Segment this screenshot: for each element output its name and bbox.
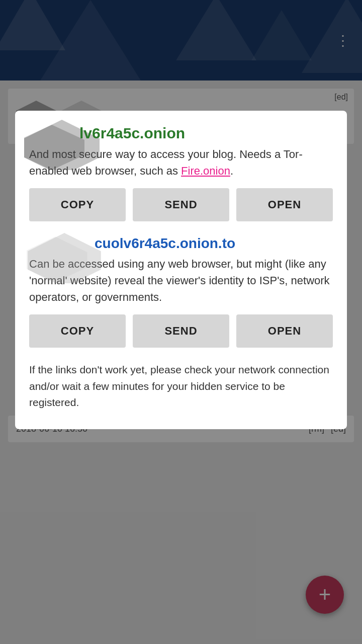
- onion-url: lv6r4a5c.onion: [29, 125, 333, 142]
- desc1-suffix: .: [230, 165, 233, 177]
- section2-desc: Can be accessed using any web browser, b…: [29, 256, 333, 305]
- section-onion-to: cuolv6r4a5c.onion.to Can be accessed usi…: [29, 235, 333, 348]
- send-button-1[interactable]: SEND: [133, 188, 229, 221]
- section1-buttons: COPY SEND OPEN: [29, 188, 333, 221]
- section2-buttons: COPY SEND OPEN: [29, 314, 333, 348]
- section1-url-wrap: lv6r4a5c.onion: [29, 125, 333, 142]
- desc1-prefix: An: [29, 148, 43, 160]
- send-button-2[interactable]: SEND: [133, 314, 229, 348]
- section-onion: lv6r4a5c.onion And most secure way to ac…: [29, 125, 333, 221]
- desc1-text: d most secure way to access your blog. N…: [29, 148, 303, 177]
- onion-to-url: cuolv6r4a5c.onion.to: [29, 235, 333, 252]
- open-button-1[interactable]: OPEN: [236, 188, 333, 221]
- desc2-text: n be accessed using any web browser, but…: [29, 258, 330, 303]
- footer-note: If the links don't work yet, please chec…: [29, 362, 333, 411]
- section1-desc: And most secure way to access your blog.…: [29, 146, 333, 179]
- open-button-2[interactable]: OPEN: [236, 314, 333, 348]
- desc2-prefix: Ca: [29, 258, 43, 270]
- copy-button-1[interactable]: COPY: [29, 188, 126, 221]
- fire-onion-link[interactable]: Fire.onion: [181, 165, 230, 177]
- copy-button-2[interactable]: COPY: [29, 314, 126, 348]
- dialog: lv6r4a5c.onion And most secure way to ac…: [15, 111, 347, 429]
- dialog-overlay: lv6r4a5c.onion And most secure way to ac…: [0, 0, 362, 644]
- section2-url-wrap: cuolv6r4a5c.onion.to: [29, 235, 333, 252]
